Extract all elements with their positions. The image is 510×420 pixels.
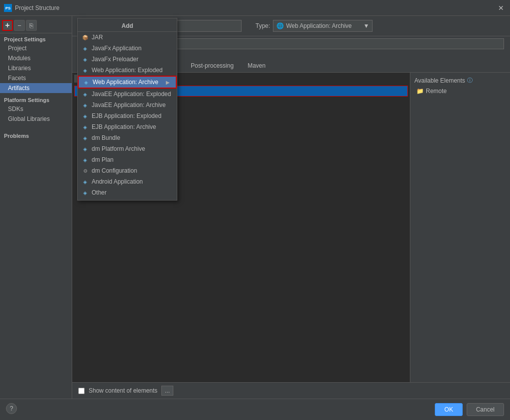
tab-maven[interactable]: Maven	[241, 60, 272, 72]
javaee-archive-icon: ◈	[82, 102, 89, 108]
project-settings-label: Project Settings	[0, 33, 72, 43]
dots-button[interactable]: ...	[161, 386, 173, 396]
sidebar-item-facets[interactable]: Facets	[0, 73, 72, 83]
show-content-label: Show content of elements	[89, 387, 157, 394]
available-item-remote[interactable]: 📁 Remote	[412, 86, 508, 96]
dropdown-item-dm-config[interactable]: ⚙ dm Configuration	[78, 165, 177, 176]
sidebar: + − ⎘ Project Settings Project Modules L…	[0, 16, 72, 399]
dropdown-item-other[interactable]: ◈ Other	[78, 187, 177, 198]
dropdown-item-javafx-app[interactable]: ◈ JavaFx Application	[78, 43, 177, 54]
javaee-exploded-icon: ◈	[82, 91, 89, 98]
dropdown-item-web-exploded[interactable]: ◈ Web Application: Exploded	[78, 65, 177, 76]
bottom-bar: Show content of elements ...	[72, 382, 510, 399]
dm-config-icon: ⚙	[82, 167, 89, 174]
android-app-icon: ◈	[82, 178, 89, 185]
ejb-exploded-icon: ◈	[82, 112, 89, 119]
dm-plan-icon: ◈	[82, 156, 89, 163]
footer: ? OK Cancel	[0, 399, 510, 420]
platform-settings-label: Platform Settings	[0, 93, 72, 104]
dialog-title: Project Structure	[15, 4, 59, 11]
dropdown-item-javaee-archive[interactable]: ◈ JavaEE Application: Archive	[78, 100, 177, 110]
sidebar-item-project[interactable]: Project	[0, 43, 72, 53]
project-structure-dialog: PS Project Structure ✕ + − ⎘ Project Set…	[0, 0, 510, 420]
add-button[interactable]: +	[2, 20, 13, 31]
dropdown-item-android-app[interactable]: ◈ Android Application	[78, 176, 177, 187]
tab-post[interactable]: Post-processing	[184, 60, 241, 72]
javafx-app-icon: ◈	[82, 45, 89, 52]
dropdown-item-jar[interactable]: 📦 JAR	[78, 32, 177, 43]
dropdown-item-javaee-exploded[interactable]: ◈ JavaEE Application: Exploded	[78, 89, 177, 100]
sidebar-item-modules[interactable]: Modules	[0, 53, 72, 63]
app-icon: PS	[4, 4, 12, 12]
web-archive-icon: ◈	[83, 79, 90, 86]
sidebar-item-libraries[interactable]: Libraries	[0, 63, 72, 73]
close-button[interactable]: ✕	[496, 3, 506, 13]
titlebar: PS Project Structure ✕	[0, 0, 510, 16]
problems-label: Problems	[0, 130, 72, 140]
dm-platform-icon: ◈	[82, 145, 89, 152]
available-folder-icon: 📁	[416, 88, 424, 95]
cancel-button[interactable]: Cancel	[467, 403, 504, 416]
web-exploded-icon: ◈	[82, 67, 89, 74]
remove-button[interactable]: −	[14, 20, 25, 31]
available-help-icon: ⓘ	[467, 77, 473, 84]
svg-text:PS: PS	[5, 6, 11, 10]
type-value: Web Application: Archive	[286, 22, 352, 29]
help-button[interactable]: ?	[6, 403, 17, 414]
type-label: Type:	[255, 22, 270, 29]
jar-icon: 📦	[82, 34, 89, 41]
dropdown-item-dm-platform[interactable]: ◈ dm Platform Archive	[78, 143, 177, 154]
dropdown-item-ejb-archive[interactable]: ◈ EJB Application: Archive	[78, 121, 177, 132]
type-icon: 🌐	[276, 22, 284, 29]
dropdown-header: Add	[78, 20, 177, 32]
sidebar-item-artifacts[interactable]: Artifacts	[0, 83, 72, 93]
javafx-preloader-icon: ◈	[82, 56, 89, 63]
dropdown-item-ejb-exploded[interactable]: ◈ EJB Application: Exploded	[78, 110, 177, 121]
other-icon: ◈	[82, 189, 89, 196]
toolbar: + − ⎘	[0, 18, 72, 33]
sidebar-item-global-libraries[interactable]: Global Libraries	[0, 114, 72, 124]
dropdown-item-dm-bundle[interactable]: ◈ dm Bundle	[78, 132, 177, 143]
available-panel: Available Elements ⓘ 📁 Remote	[410, 73, 510, 382]
copy-button[interactable]: ⎘	[26, 20, 37, 31]
type-select[interactable]: 🌐 Web Application: Archive ▼	[273, 20, 373, 32]
type-section: Type: 🌐 Web Application: Archive ▼	[255, 20, 373, 32]
ok-button[interactable]: OK	[435, 403, 462, 416]
dropdown-item-dm-plan[interactable]: ◈ dm Plan	[78, 154, 177, 165]
titlebar-left: PS Project Structure	[4, 4, 59, 12]
type-dropdown-arrow: ▼	[363, 22, 369, 29]
add-dropdown-menu: Add 📦 JAR ◈ JavaFx Application ◈ JavaFx …	[77, 18, 177, 201]
submenu-arrow: ▶	[166, 80, 170, 85]
show-content-checkbox[interactable]	[78, 388, 85, 394]
dropdown-item-javafx-preloader[interactable]: ◈ JavaFx Preloader	[78, 54, 177, 65]
available-title: Available Elements ⓘ	[412, 75, 508, 86]
dropdown-item-web-archive[interactable]: ◈ Web Application: Archive ▶	[78, 76, 177, 89]
dm-bundle-icon: ◈	[82, 134, 89, 141]
sidebar-item-sdks[interactable]: SDKs	[0, 104, 72, 114]
ejb-archive-icon: ◈	[82, 123, 89, 130]
